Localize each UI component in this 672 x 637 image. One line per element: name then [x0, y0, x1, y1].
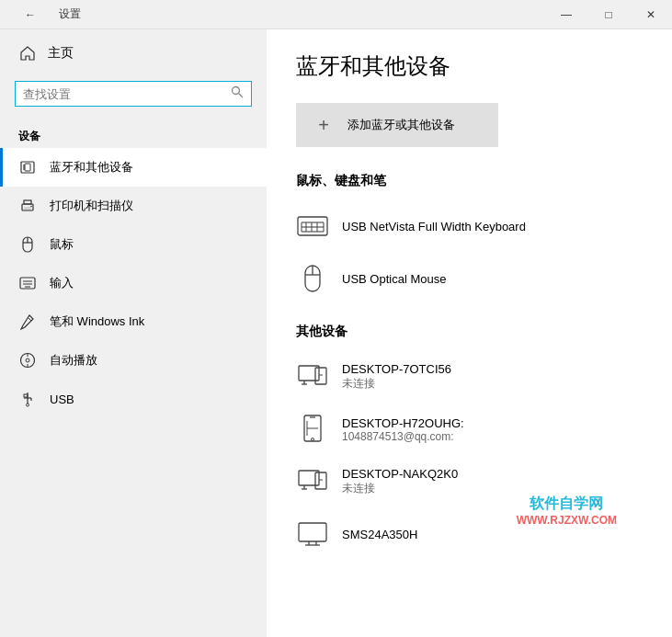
svg-rect-4	[25, 164, 30, 171]
svg-line-15	[28, 317, 31, 321]
svg-rect-47	[315, 472, 326, 489]
device-item-mouse[interactable]: USB Optical Mouse	[296, 253, 643, 305]
autoplay-icon	[18, 351, 37, 370]
main-content: 蓝牙和其他设备 + 添加蓝牙或其他设备 鼠标、键盘和笔	[267, 29, 672, 637]
sidebar-item-pen[interactable]: 笔和 Windows Ink	[0, 302, 267, 341]
sidebar-item-input[interactable]: 输入	[0, 264, 267, 302]
svg-point-0	[233, 87, 240, 95]
desktop2-status: 1048874513@qq.com:	[342, 430, 464, 443]
mouse-device-name: USB Optical Mouse	[342, 272, 446, 286]
desktop3-name: DESKTOP-NAKQ2K0	[342, 467, 458, 481]
bluetooth-icon	[18, 158, 37, 176]
device-item-desktop3[interactable]: DESKTOP-NAKQ2K0 未连接	[296, 456, 643, 508]
add-device-button[interactable]: + 添加蓝牙或其他设备	[296, 103, 498, 147]
section-title-other: 其他设备	[296, 324, 643, 340]
desktop1-status: 未连接	[342, 376, 451, 392]
desktop3-status: 未连接	[342, 481, 458, 496]
sidebar-item-mouse-label: 鼠标	[50, 236, 74, 253]
desktop1-info: DESKTOP-7OTCI56 未连接	[342, 362, 451, 392]
desktop2-info: DESKTOP-H72OUHG: 1048874513@qq.com:	[342, 416, 464, 443]
desktop1-name: DESKTOP-7OTCI56	[342, 362, 451, 376]
pen-icon	[18, 313, 37, 331]
device-item-keyboard[interactable]: USB NetVista Full Width Keyboard	[296, 200, 643, 253]
search-box[interactable]	[15, 81, 252, 107]
usb-icon	[18, 390, 37, 408]
sidebar-home-item[interactable]: 主页	[0, 29, 267, 77]
svg-rect-25	[298, 217, 327, 235]
mouse-icon	[18, 235, 37, 254]
device-item-monitor[interactable]: SMS24A350H	[296, 508, 643, 561]
sidebar: 主页 设备	[0, 29, 267, 637]
sidebar-item-usb[interactable]: USB	[0, 380, 267, 418]
keyboard-icon	[18, 274, 37, 292]
printer-icon	[18, 197, 37, 215]
page-title: 蓝牙和其他设备	[296, 51, 643, 81]
desktop3-icon	[296, 465, 329, 498]
desktop3-info: DESKTOP-NAKQ2K0 未连接	[342, 467, 458, 496]
sidebar-item-usb-label: USB	[50, 392, 74, 406]
minimize-button[interactable]: —	[545, 0, 587, 29]
titlebar-title: 设置	[59, 6, 81, 22]
svg-point-17	[26, 358, 29, 362]
sidebar-item-bluetooth-label: 蓝牙和其他设备	[50, 159, 133, 176]
search-input[interactable]	[23, 87, 225, 101]
svg-rect-37	[315, 368, 326, 384]
monitor-name: SMS24A350H	[342, 528, 417, 541]
sidebar-item-autoplay[interactable]: 自动播放	[0, 341, 267, 380]
mouse-device-info: USB Optical Mouse	[342, 272, 446, 286]
search-icon	[231, 85, 244, 102]
svg-rect-7	[24, 200, 31, 204]
content-area: 主页 设备	[0, 29, 672, 637]
sidebar-item-pen-label: 笔和 Windows Ink	[50, 313, 144, 330]
titlebar-left: ← 设置	[9, 0, 81, 29]
desktop2-icon	[296, 413, 329, 446]
mouse-device-icon	[296, 262, 329, 295]
sidebar-item-autoplay-label: 自动播放	[50, 352, 97, 369]
add-icon: +	[311, 112, 336, 138]
svg-line-1	[239, 94, 244, 98]
keyboard-device-info: USB NetVista Full Width Keyboard	[342, 220, 526, 233]
svg-point-8	[30, 206, 32, 208]
keyboard-device-name: USB NetVista Full Width Keyboard	[342, 220, 526, 233]
home-label: 主页	[48, 45, 74, 62]
home-icon	[18, 44, 37, 63]
sidebar-item-mouse[interactable]: 鼠标	[0, 225, 267, 264]
settings-window: ← 设置 — □ ✕ 主页	[0, 0, 672, 637]
sidebar-item-printers[interactable]: 打印机和扫描仪	[0, 187, 267, 225]
svg-rect-51	[299, 523, 326, 541]
back-button[interactable]: ←	[9, 0, 51, 29]
desktop1-icon	[296, 360, 329, 393]
device-item-desktop2[interactable]: DESKTOP-H72OUHG: 1048874513@qq.com:	[296, 404, 643, 456]
maximize-button[interactable]: □	[587, 0, 630, 29]
section-title-mouse-keyboard: 鼠标、键盘和笔	[296, 173, 643, 189]
svg-point-43	[312, 438, 314, 441]
svg-point-22	[27, 404, 29, 406]
titlebar-controls: — □ ✕	[545, 0, 672, 29]
sidebar-section-label: 设备	[0, 121, 267, 148]
desktop2-name: DESKTOP-H72OUHG:	[342, 416, 464, 430]
add-device-label: 添加蓝牙或其他设备	[347, 117, 455, 133]
device-item-desktop1[interactable]: DESKTOP-7OTCI56 未连接	[296, 351, 643, 404]
svg-rect-6	[24, 207, 31, 210]
svg-rect-23	[24, 394, 28, 397]
sidebar-item-printers-label: 打印机和扫描仪	[50, 198, 133, 214]
titlebar: ← 设置 — □ ✕	[0, 0, 672, 29]
monitor-icon	[296, 518, 329, 551]
sidebar-item-bluetooth[interactable]: 蓝牙和其他设备	[0, 148, 267, 187]
keyboard-device-icon	[296, 210, 329, 243]
sidebar-item-input-label: 输入	[50, 275, 74, 291]
monitor-info: SMS24A350H	[342, 528, 417, 541]
close-button[interactable]: ✕	[630, 0, 672, 29]
